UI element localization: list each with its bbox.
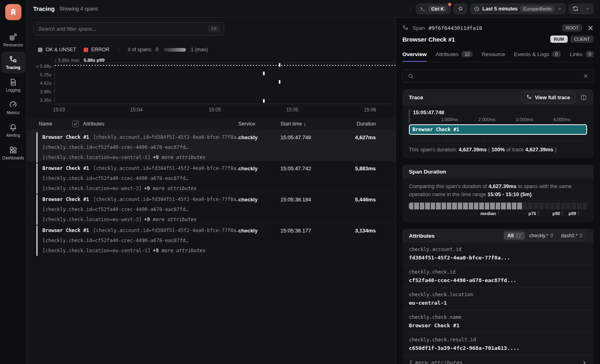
span-duration-summary: This span's duration: 4,627.39ms ( 100% …: [409, 141, 587, 153]
attribute-row[interactable]: checkly.check.locationeu-central-1: [402, 287, 594, 310]
span-table-row[interactable]: Browser Check #1[checkly.account.id=fd38…: [27, 192, 396, 223]
view-full-trace-button[interactable]: View full trace: [521, 91, 575, 103]
filter-pill-all[interactable]: All12: [504, 232, 525, 240]
more-attributes-link[interactable]: more attributes: [162, 248, 205, 253]
y-axis-tick: 5.25s: [40, 72, 51, 77]
x-axis-tick: 15:06: [364, 107, 376, 113]
error-legend-swatch: [84, 48, 88, 52]
span-table-row[interactable]: Browser Check #1[checkly.account.id=fd38…: [27, 161, 396, 192]
info-icon[interactable]: [580, 94, 587, 101]
histogram-segment: [550, 203, 554, 209]
span-label: Span: [413, 25, 425, 31]
tab-attributes[interactable]: Attributes12: [436, 51, 473, 62]
x-axis-tick-mark: [292, 104, 293, 106]
attributes-checkbox[interactable]: [72, 121, 79, 127]
clear-icon[interactable]: [583, 73, 588, 79]
histogram-segment: [431, 203, 435, 209]
span-search-input[interactable]: [38, 26, 208, 32]
span-table-row[interactable]: Browser Check #1[checkly.account.id=fd38…: [27, 223, 396, 254]
histogram-segment: [463, 203, 467, 209]
tab-links[interactable]: Links0: [570, 51, 594, 62]
more-attributes-link[interactable]: more attributes: [153, 186, 196, 191]
filter-pill-checkly[interactable]: checkly.*9: [526, 232, 557, 240]
percentile-tick: [562, 211, 562, 215]
app-root: ResourcesTracingLoggingMetricsAlertingDa…: [0, 0, 600, 364]
filter-pill-dash0[interactable]: dash0.*3: [558, 232, 586, 240]
span-name: Browser Check #1: [42, 228, 89, 233]
span-data-point[interactable]: [279, 80, 280, 84]
trace-ruler: 1,000ms2,000ms3,000ms4,000ms: [413, 117, 587, 123]
attribute-row[interactable]: checkly.check.nameBrowser Check #1: [402, 310, 594, 333]
histogram-segment: [539, 203, 543, 209]
more-attributes-row[interactable]: 7 more attributes: [402, 355, 594, 364]
col-service[interactable]: Service: [238, 121, 280, 127]
ok-legend-swatch: [38, 48, 42, 52]
col-name[interactable]: Name: [39, 121, 52, 127]
attribute-value: c650df1f-3a39-4fc2-968a-701a613....: [409, 345, 587, 351]
sidebar-item-logging[interactable]: Logging: [1, 74, 25, 96]
attribute-row[interactable]: checkly.account.idfd384f51-45f2-4ea0-bfc…: [402, 243, 594, 265]
sidebar-item-alerting[interactable]: Alerting: [1, 119, 25, 141]
attribute-key: checkly.check.id: [409, 269, 587, 275]
attribute-row[interactable]: checkly.check.idcf52fa40-ccec-4490-a678-…: [402, 265, 594, 287]
histogram-segment: [496, 203, 500, 209]
tab-resource[interactable]: Resource: [482, 51, 505, 62]
max-threshold-line: [55, 65, 396, 66]
tab-overview[interactable]: Overview: [402, 51, 427, 62]
trace-span-bar[interactable]: Browser Check #1: [409, 124, 587, 135]
ok-legend-label[interactable]: OK & UNSET: [46, 47, 76, 52]
page-title: Tracing: [33, 5, 55, 12]
more-attributes-link[interactable]: more attributes: [153, 217, 196, 222]
sidebar-item-resources[interactable]: Resources: [1, 29, 25, 51]
histogram-segment: [474, 203, 478, 209]
p99-annotation: 5.88s p99: [84, 58, 105, 63]
x-axis-tick: 15:03: [53, 107, 65, 113]
dashboards-icon: [9, 146, 17, 154]
y-axis-tick-mark: [53, 83, 55, 84]
span-data-point[interactable]: [263, 72, 265, 75]
close-icon[interactable]: [587, 25, 594, 31]
histogram-segment: [572, 203, 576, 209]
sidebar-item-metrics[interactable]: Metrics: [1, 97, 25, 119]
col-start-time[interactable]: Start time ↓: [280, 121, 334, 127]
y-axis-tick-mark: [53, 92, 55, 92]
sidebar-item-label: Resources: [4, 43, 23, 47]
y-axis-tick-mark: [53, 66, 55, 67]
more-attributes-link[interactable]: more attributes: [162, 155, 205, 160]
sidebar-item-tracing[interactable]: Tracing: [1, 52, 25, 73]
histogram-segment: [458, 203, 462, 209]
tab-events-logs[interactable]: Events & Logs0: [514, 51, 561, 62]
refresh-icon: [573, 6, 579, 12]
attribute-value: cf52fa40-ccec-4490-a678-eac87fd...: [409, 277, 587, 283]
span-duration-scatter-plot[interactable]: > 5.88s5.25s4.62s3.98s3.35s: [55, 63, 396, 104]
app-logo[interactable]: [5, 4, 21, 20]
time-range-picker[interactable]: Last 5 minutes Europe/Berlin: [470, 4, 566, 14]
notification-dot: [448, 3, 451, 6]
span-data-point[interactable]: [279, 63, 280, 67]
error-legend-label[interactable]: ERROR: [91, 47, 109, 52]
detail-tabs: OverviewAttributes12ResourceEvents & Log…: [402, 51, 594, 62]
duration-cell: 5,446ms: [334, 195, 376, 225]
command-palette-button[interactable]: Ctrl K: [416, 4, 450, 14]
span-name-cell: Browser Check #1[checkly.account.id=fd38…: [36, 163, 238, 194]
x-axis-tick: 15:05: [209, 107, 221, 113]
attribute-row[interactable]: checkly.check.result.idc650df1f-3a39-4fc…: [402, 333, 594, 355]
announcements-button[interactable]: [454, 4, 467, 14]
col-duration[interactable]: Duration: [334, 121, 376, 127]
ruler-tick: 4,000ms: [553, 117, 570, 122]
span-data-point[interactable]: [263, 99, 265, 103]
histogram-segment: [512, 203, 516, 209]
span-duration-title: Span Duration: [409, 169, 446, 175]
attribute-search-input[interactable]: [417, 73, 579, 79]
refresh-button[interactable]: [569, 4, 582, 14]
service-cell: checkly: [238, 163, 280, 194]
refresh-interval-dropdown[interactable]: [582, 4, 593, 14]
sidebar-item-dashboards[interactable]: Dashboards: [1, 142, 25, 164]
y-axis-tick-mark: [53, 100, 55, 100]
tab-count-badge: 0: [552, 51, 561, 57]
span-name-cell: Browser Check #1[checkly.account.id=fd38…: [36, 132, 238, 163]
sidebar-item-label: Dashboards: [2, 156, 24, 160]
chart-legend: OK & UNSET ERROR # of spans: 0 1 (max): [38, 47, 389, 52]
percentile-label-p90: p90: [552, 211, 562, 216]
span-table-row[interactable]: Browser Check #1[checkly.account.id=fd38…: [27, 130, 396, 161]
